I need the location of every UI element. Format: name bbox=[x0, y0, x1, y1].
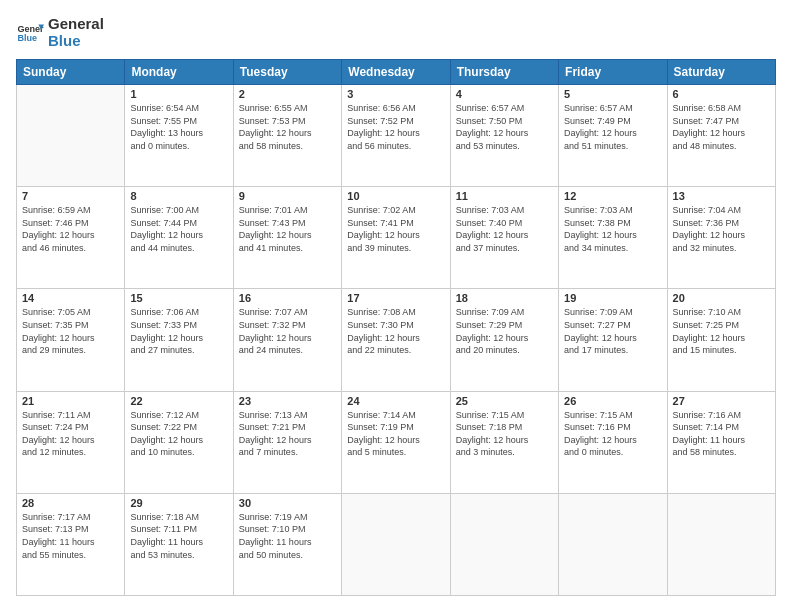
weekday-header-friday: Friday bbox=[559, 60, 667, 85]
day-number: 16 bbox=[239, 292, 336, 304]
day-number: 13 bbox=[673, 190, 770, 202]
weekday-header-row: SundayMondayTuesdayWednesdayThursdayFrid… bbox=[17, 60, 776, 85]
day-number: 18 bbox=[456, 292, 553, 304]
calendar-cell: 26Sunrise: 7:15 AM Sunset: 7:16 PM Dayli… bbox=[559, 391, 667, 493]
calendar-cell: 6Sunrise: 6:58 AM Sunset: 7:47 PM Daylig… bbox=[667, 85, 775, 187]
calendar-cell: 11Sunrise: 7:03 AM Sunset: 7:40 PM Dayli… bbox=[450, 187, 558, 289]
weekday-header-saturday: Saturday bbox=[667, 60, 775, 85]
logo-icon: General Blue bbox=[16, 19, 44, 47]
calendar-cell: 24Sunrise: 7:14 AM Sunset: 7:19 PM Dayli… bbox=[342, 391, 450, 493]
day-number: 1 bbox=[130, 88, 227, 100]
calendar-cell: 18Sunrise: 7:09 AM Sunset: 7:29 PM Dayli… bbox=[450, 289, 558, 391]
weekday-header-thursday: Thursday bbox=[450, 60, 558, 85]
day-number: 29 bbox=[130, 497, 227, 509]
day-number: 15 bbox=[130, 292, 227, 304]
day-info: Sunrise: 7:06 AM Sunset: 7:33 PM Dayligh… bbox=[130, 306, 227, 356]
day-number: 5 bbox=[564, 88, 661, 100]
week-row-1: 1Sunrise: 6:54 AM Sunset: 7:55 PM Daylig… bbox=[17, 85, 776, 187]
logo-blue: Blue bbox=[48, 33, 104, 50]
week-row-4: 21Sunrise: 7:11 AM Sunset: 7:24 PM Dayli… bbox=[17, 391, 776, 493]
week-row-3: 14Sunrise: 7:05 AM Sunset: 7:35 PM Dayli… bbox=[17, 289, 776, 391]
day-info: Sunrise: 6:56 AM Sunset: 7:52 PM Dayligh… bbox=[347, 102, 444, 152]
day-info: Sunrise: 7:04 AM Sunset: 7:36 PM Dayligh… bbox=[673, 204, 770, 254]
calendar-cell: 5Sunrise: 6:57 AM Sunset: 7:49 PM Daylig… bbox=[559, 85, 667, 187]
day-number: 8 bbox=[130, 190, 227, 202]
calendar-cell: 3Sunrise: 6:56 AM Sunset: 7:52 PM Daylig… bbox=[342, 85, 450, 187]
day-number: 19 bbox=[564, 292, 661, 304]
day-number: 17 bbox=[347, 292, 444, 304]
calendar-table: SundayMondayTuesdayWednesdayThursdayFrid… bbox=[16, 59, 776, 596]
day-info: Sunrise: 7:16 AM Sunset: 7:14 PM Dayligh… bbox=[673, 409, 770, 459]
calendar-cell: 16Sunrise: 7:07 AM Sunset: 7:32 PM Dayli… bbox=[233, 289, 341, 391]
day-number: 24 bbox=[347, 395, 444, 407]
day-info: Sunrise: 7:03 AM Sunset: 7:40 PM Dayligh… bbox=[456, 204, 553, 254]
day-number: 12 bbox=[564, 190, 661, 202]
svg-text:Blue: Blue bbox=[17, 33, 37, 43]
calendar-cell: 2Sunrise: 6:55 AM Sunset: 7:53 PM Daylig… bbox=[233, 85, 341, 187]
day-number: 3 bbox=[347, 88, 444, 100]
day-number: 21 bbox=[22, 395, 119, 407]
day-number: 6 bbox=[673, 88, 770, 100]
calendar-cell: 7Sunrise: 6:59 AM Sunset: 7:46 PM Daylig… bbox=[17, 187, 125, 289]
calendar-cell bbox=[450, 493, 558, 595]
day-info: Sunrise: 7:13 AM Sunset: 7:21 PM Dayligh… bbox=[239, 409, 336, 459]
calendar-cell: 17Sunrise: 7:08 AM Sunset: 7:30 PM Dayli… bbox=[342, 289, 450, 391]
day-info: Sunrise: 7:11 AM Sunset: 7:24 PM Dayligh… bbox=[22, 409, 119, 459]
day-info: Sunrise: 7:18 AM Sunset: 7:11 PM Dayligh… bbox=[130, 511, 227, 561]
calendar-cell: 20Sunrise: 7:10 AM Sunset: 7:25 PM Dayli… bbox=[667, 289, 775, 391]
calendar-cell: 30Sunrise: 7:19 AM Sunset: 7:10 PM Dayli… bbox=[233, 493, 341, 595]
weekday-header-sunday: Sunday bbox=[17, 60, 125, 85]
calendar-cell: 19Sunrise: 7:09 AM Sunset: 7:27 PM Dayli… bbox=[559, 289, 667, 391]
day-number: 4 bbox=[456, 88, 553, 100]
day-info: Sunrise: 6:57 AM Sunset: 7:50 PM Dayligh… bbox=[456, 102, 553, 152]
calendar-cell: 13Sunrise: 7:04 AM Sunset: 7:36 PM Dayli… bbox=[667, 187, 775, 289]
calendar-cell bbox=[17, 85, 125, 187]
day-info: Sunrise: 6:57 AM Sunset: 7:49 PM Dayligh… bbox=[564, 102, 661, 152]
page: General Blue General Blue SundayMondayTu… bbox=[0, 0, 792, 612]
day-info: Sunrise: 7:03 AM Sunset: 7:38 PM Dayligh… bbox=[564, 204, 661, 254]
calendar-cell bbox=[667, 493, 775, 595]
logo-general: General bbox=[48, 16, 104, 33]
day-info: Sunrise: 7:15 AM Sunset: 7:16 PM Dayligh… bbox=[564, 409, 661, 459]
day-info: Sunrise: 7:09 AM Sunset: 7:29 PM Dayligh… bbox=[456, 306, 553, 356]
header: General Blue General Blue bbox=[16, 16, 776, 49]
calendar-cell: 22Sunrise: 7:12 AM Sunset: 7:22 PM Dayli… bbox=[125, 391, 233, 493]
day-number: 20 bbox=[673, 292, 770, 304]
logo: General Blue General Blue bbox=[16, 16, 104, 49]
calendar-cell: 14Sunrise: 7:05 AM Sunset: 7:35 PM Dayli… bbox=[17, 289, 125, 391]
calendar-cell: 15Sunrise: 7:06 AM Sunset: 7:33 PM Dayli… bbox=[125, 289, 233, 391]
day-number: 14 bbox=[22, 292, 119, 304]
day-number: 26 bbox=[564, 395, 661, 407]
day-info: Sunrise: 7:14 AM Sunset: 7:19 PM Dayligh… bbox=[347, 409, 444, 459]
day-info: Sunrise: 7:12 AM Sunset: 7:22 PM Dayligh… bbox=[130, 409, 227, 459]
calendar-cell: 9Sunrise: 7:01 AM Sunset: 7:43 PM Daylig… bbox=[233, 187, 341, 289]
calendar-cell: 25Sunrise: 7:15 AM Sunset: 7:18 PM Dayli… bbox=[450, 391, 558, 493]
day-number: 28 bbox=[22, 497, 119, 509]
day-info: Sunrise: 7:17 AM Sunset: 7:13 PM Dayligh… bbox=[22, 511, 119, 561]
calendar-cell: 4Sunrise: 6:57 AM Sunset: 7:50 PM Daylig… bbox=[450, 85, 558, 187]
calendar-cell: 8Sunrise: 7:00 AM Sunset: 7:44 PM Daylig… bbox=[125, 187, 233, 289]
day-info: Sunrise: 7:01 AM Sunset: 7:43 PM Dayligh… bbox=[239, 204, 336, 254]
day-number: 30 bbox=[239, 497, 336, 509]
day-number: 10 bbox=[347, 190, 444, 202]
day-info: Sunrise: 7:07 AM Sunset: 7:32 PM Dayligh… bbox=[239, 306, 336, 356]
day-info: Sunrise: 6:55 AM Sunset: 7:53 PM Dayligh… bbox=[239, 102, 336, 152]
week-row-5: 28Sunrise: 7:17 AM Sunset: 7:13 PM Dayli… bbox=[17, 493, 776, 595]
calendar-cell: 21Sunrise: 7:11 AM Sunset: 7:24 PM Dayli… bbox=[17, 391, 125, 493]
day-number: 11 bbox=[456, 190, 553, 202]
day-info: Sunrise: 7:08 AM Sunset: 7:30 PM Dayligh… bbox=[347, 306, 444, 356]
calendar-cell: 23Sunrise: 7:13 AM Sunset: 7:21 PM Dayli… bbox=[233, 391, 341, 493]
day-info: Sunrise: 6:59 AM Sunset: 7:46 PM Dayligh… bbox=[22, 204, 119, 254]
calendar-cell: 1Sunrise: 6:54 AM Sunset: 7:55 PM Daylig… bbox=[125, 85, 233, 187]
day-info: Sunrise: 7:00 AM Sunset: 7:44 PM Dayligh… bbox=[130, 204, 227, 254]
weekday-header-tuesday: Tuesday bbox=[233, 60, 341, 85]
day-info: Sunrise: 6:58 AM Sunset: 7:47 PM Dayligh… bbox=[673, 102, 770, 152]
day-info: Sunrise: 7:10 AM Sunset: 7:25 PM Dayligh… bbox=[673, 306, 770, 356]
day-number: 9 bbox=[239, 190, 336, 202]
day-info: Sunrise: 7:05 AM Sunset: 7:35 PM Dayligh… bbox=[22, 306, 119, 356]
calendar-cell bbox=[342, 493, 450, 595]
day-info: Sunrise: 6:54 AM Sunset: 7:55 PM Dayligh… bbox=[130, 102, 227, 152]
calendar-cell: 10Sunrise: 7:02 AM Sunset: 7:41 PM Dayli… bbox=[342, 187, 450, 289]
calendar-cell: 27Sunrise: 7:16 AM Sunset: 7:14 PM Dayli… bbox=[667, 391, 775, 493]
day-info: Sunrise: 7:19 AM Sunset: 7:10 PM Dayligh… bbox=[239, 511, 336, 561]
